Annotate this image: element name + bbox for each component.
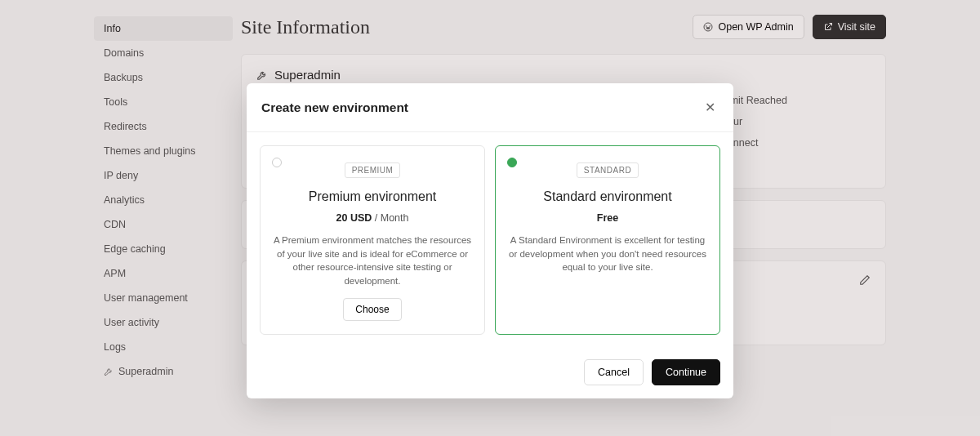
modal-footer: Cancel Continue (247, 348, 733, 398)
env-description: A Premium environment matches the resour… (272, 234, 473, 288)
modal-overlay: Create new environment ✕ PREMIUM Premium… (0, 0, 980, 436)
env-price: Free (597, 212, 618, 224)
radio-checked[interactable] (507, 158, 517, 167)
modal-title: Create new environment (261, 100, 408, 115)
env-name: Standard environment (543, 189, 671, 204)
close-button[interactable]: ✕ (702, 96, 719, 118)
env-description: A Standard Environment is excellent for … (507, 234, 708, 274)
tier-badge: PREMIUM (345, 162, 401, 178)
button-label: Cancel (598, 367, 630, 378)
close-icon: ✕ (705, 100, 715, 115)
price-period: / Month (375, 212, 409, 224)
tier-badge: STANDARD (577, 162, 639, 178)
choose-button[interactable]: Choose (343, 298, 401, 321)
price-text: Free (597, 212, 618, 224)
button-label: Continue (666, 367, 706, 378)
modal-header: Create new environment ✕ (247, 83, 733, 132)
create-environment-modal: Create new environment ✕ PREMIUM Premium… (247, 83, 733, 398)
env-name: Premium environment (309, 189, 437, 204)
env-price: 20 USD / Month (336, 212, 409, 224)
modal-body: PREMIUM Premium environment 20 USD / Mon… (247, 132, 733, 348)
standard-env-card[interactable]: STANDARD Standard environment Free A Sta… (495, 145, 720, 335)
price-amount: 20 USD (336, 212, 372, 224)
radio-unchecked[interactable] (272, 158, 282, 167)
continue-button[interactable]: Continue (652, 359, 720, 385)
button-label: Choose (355, 304, 389, 315)
premium-env-card[interactable]: PREMIUM Premium environment 20 USD / Mon… (260, 145, 485, 335)
cancel-button[interactable]: Cancel (584, 359, 644, 385)
